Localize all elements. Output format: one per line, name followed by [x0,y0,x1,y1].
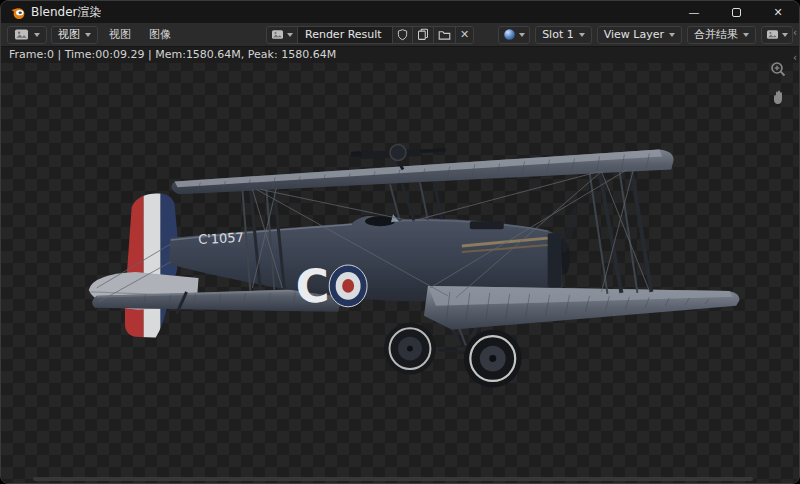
copy-pages-icon [417,28,429,41]
chevron-down-icon [34,33,40,37]
window-title: Blender渲染 [31,4,102,21]
folder-icon [438,29,451,41]
editor-type-button[interactable] [7,26,47,44]
image-name-field[interactable]: Render Result [297,26,393,44]
chevron-down-icon [85,33,91,37]
region-collapse-arrow[interactable]: ‹ [793,28,797,38]
render-sphere-icon [503,28,516,41]
cockpit [365,216,395,226]
image-display-icon [766,29,779,40]
rendered-biplane-image: C'1057 C [1,47,799,483]
browse-image-button[interactable] [266,26,298,44]
maximize-icon [732,8,741,17]
menu-image[interactable]: 图像 [142,27,178,42]
chevron-down-icon [287,33,293,37]
close-icon: ✕ [773,6,782,19]
close-icon: ✕ [460,29,469,40]
image-editor-header: 视图 视图 图像 Render Result [1,23,799,47]
zoom-gizmo[interactable] [768,59,788,79]
render-slot-label: Slot 1 [542,28,574,41]
view-layer-select[interactable]: View Layer [597,26,682,44]
image-icon [271,29,284,40]
editor-mode-select[interactable]: 视图 [51,26,98,44]
image-datablock: Render Result ✕ [266,26,474,44]
pan-gizmo[interactable] [768,87,788,107]
roundel-letter-marking: C [295,259,331,314]
serial-number-marking: C'1057 [198,230,244,247]
tail-rudder [123,190,180,339]
wheel-near [464,330,522,388]
display-settings-button[interactable] [761,26,793,44]
render-pass-select[interactable]: 合并结果 [687,26,756,44]
chevron-down-icon [519,33,525,37]
shield-icon [397,28,408,41]
render-viewport[interactable]: Frame:0 | Time:00:09.29 | Mem:1580.64M, … [1,47,799,483]
magnifier-plus-icon [770,61,787,78]
header-right-cluster: Slot 1 View Layer 合并结果 [498,26,793,44]
horizontal-scrollbar[interactable] [33,477,753,481]
roundel [329,265,367,307]
blender-logo-icon [10,5,25,20]
blender-window: Blender渲染 — ✕ 视图 视图 图像 [0,0,800,484]
chevron-down-icon [579,33,585,37]
image-name: Render Result [305,28,382,41]
minimize-button[interactable]: — [673,1,715,23]
minimize-icon: — [689,6,700,19]
titlebar[interactable]: Blender渲染 — ✕ [1,1,799,23]
render-view-dropdown[interactable] [498,26,530,44]
image-editor-icon [14,28,29,41]
radiator [548,233,562,287]
fake-user-button[interactable] [392,26,413,44]
unlink-image-button[interactable]: ✕ [455,26,474,44]
hand-icon [771,89,785,105]
chevron-down-icon [743,33,749,37]
render-slot-select[interactable]: Slot 1 [535,26,592,44]
open-image-button[interactable] [433,26,456,44]
chevron-down-icon [669,33,675,37]
wheel-far [384,323,436,375]
render-pass-label: 合并结果 [694,27,738,42]
chevron-down-icon [782,33,788,37]
editor-mode-label: 视图 [58,27,80,42]
new-image-button[interactable] [412,26,434,44]
menu-view[interactable]: 视图 [102,27,138,42]
maximize-button[interactable] [715,1,757,23]
close-button[interactable]: ✕ [757,1,799,23]
view-layer-label: View Layer [604,28,664,41]
region-collapse-arrow[interactable]: ‹ [793,53,797,63]
